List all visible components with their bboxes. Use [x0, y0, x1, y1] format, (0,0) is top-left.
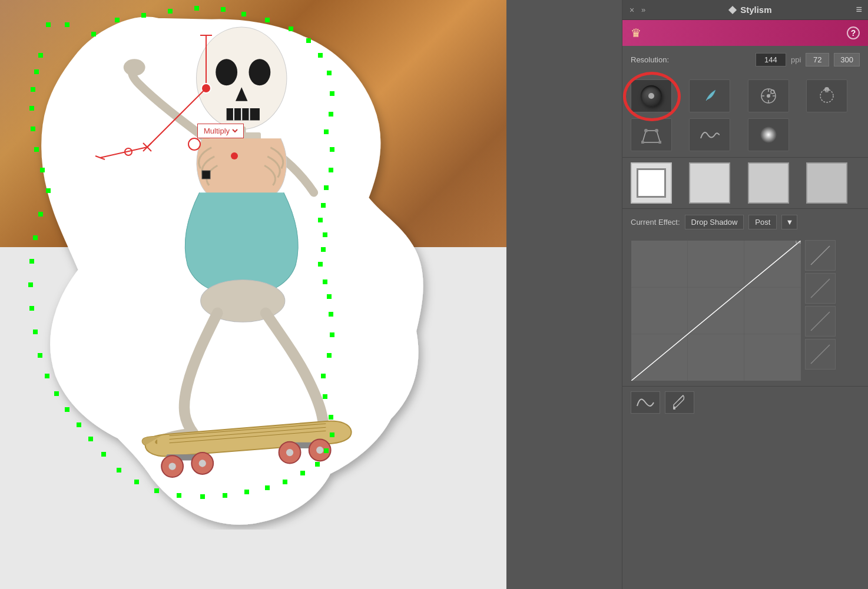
presets-grid: [622, 157, 868, 208]
svg-point-51: [658, 141, 661, 144]
bottom-tools: [622, 386, 868, 418]
crown-icon: ♛: [631, 26, 641, 40]
wave-bottom-icon: [636, 395, 655, 410]
svg-line-61: [811, 246, 830, 265]
effect-dropdown-button[interactable]: ▼: [781, 215, 797, 229]
panel-title-row: Stylism: [730, 5, 771, 15]
svg-line-29: [147, 88, 206, 147]
expand-button[interactable]: »: [641, 5, 645, 14]
svg-point-54: [760, 127, 777, 143]
resolution-unit: ppi: [791, 55, 801, 64]
rotate-icon: [818, 87, 836, 105]
wave-icon: [700, 128, 720, 142]
curve-thumbnails: [805, 240, 836, 381]
curve-canvas[interactable]: [631, 240, 801, 381]
panel-diamond-icon: [728, 5, 737, 14]
resolution-300-button[interactable]: 300: [834, 53, 860, 66]
svg-point-50: [641, 141, 644, 144]
blend-mode-select[interactable]: Multiply Normal Screen Overlay: [201, 126, 240, 136]
svg-rect-66: [673, 407, 675, 410]
blend-mode-dropdown[interactable]: Multiply Normal Screen Overlay: [197, 124, 244, 138]
perspective-icon: [641, 126, 661, 144]
effect-name-button[interactable]: Drop Shadow: [685, 215, 744, 229]
preset-1-inner: [637, 168, 666, 198]
curve-bottom-tool-button[interactable]: [631, 391, 660, 414]
help-button[interactable]: ?: [847, 26, 860, 39]
resolution-72-button[interactable]: 72: [806, 53, 829, 66]
effect-type-button[interactable]: Post: [748, 215, 777, 229]
current-effect-row: Current Effect: Drop Shadow Post ▼: [622, 208, 868, 235]
curve-editor: [631, 240, 860, 381]
shadow-icon: [641, 85, 662, 107]
svg-line-62: [811, 279, 830, 298]
svg-point-25: [316, 447, 323, 454]
panel-menu-button[interactable]: ≡: [856, 4, 862, 16]
preset-4-button[interactable]: [806, 162, 847, 204]
curve-thumb-1[interactable]: [805, 240, 836, 271]
resolution-label: Resolution:: [631, 55, 751, 64]
close-button[interactable]: ×: [628, 6, 635, 14]
curve-thumb-2-svg: [809, 277, 832, 300]
glow-tool-button[interactable]: [748, 118, 789, 151]
perspective-tool-button[interactable]: [631, 118, 672, 151]
preset-1-button[interactable]: [631, 162, 672, 204]
curve-thumb-4-svg: [809, 342, 832, 366]
svg-rect-36: [202, 171, 210, 179]
preset-3-button[interactable]: [748, 162, 789, 204]
svg-line-33: [100, 147, 147, 158]
svg-line-63: [811, 312, 830, 331]
svg-line-65: [678, 395, 683, 400]
resolution-input[interactable]: [756, 53, 786, 66]
preset-2-button[interactable]: [689, 162, 730, 204]
current-effect-label: Current Effect:: [631, 218, 680, 227]
annotation-lines: [88, 29, 324, 265]
curve-thumb-3-svg: [809, 310, 832, 333]
feather-tool-button[interactable]: [689, 79, 730, 112]
svg-point-53: [644, 129, 648, 132]
compass-icon: [760, 87, 777, 105]
svg-point-32: [188, 138, 200, 150]
svg-marker-49: [642, 131, 660, 142]
eyedropper-bottom-tool-button[interactable]: [665, 391, 694, 414]
svg-point-23: [199, 460, 206, 467]
curve-thumb-2[interactable]: [805, 273, 836, 304]
curve-thumb-4[interactable]: [805, 339, 836, 370]
curve-svg: [631, 241, 801, 381]
resolution-row: Resolution: ppi 72 300: [622, 46, 868, 74]
tools-grid-row2: [622, 118, 868, 157]
eyedropper-icon: [672, 394, 687, 411]
shadow-dot: [648, 93, 654, 99]
panel-top-bar: × » Stylism ≡: [622, 0, 868, 20]
svg-point-37: [231, 152, 238, 159]
svg-point-24: [286, 449, 293, 456]
curve-thumb-3[interactable]: [805, 306, 836, 337]
tools-grid-row1: [622, 74, 868, 118]
rotate-tool-button[interactable]: [806, 79, 847, 112]
svg-line-59: [631, 241, 801, 381]
svg-line-64: [811, 345, 830, 364]
panel-title: Stylism: [740, 5, 771, 15]
shadow-tool-button[interactable]: [631, 79, 672, 112]
glow-icon: [760, 126, 777, 144]
svg-point-52: [655, 129, 658, 132]
svg-point-22: [168, 462, 175, 470]
panel: × » Stylism ≡ ♛ ? Resolution: ppi 72 300: [622, 0, 868, 589]
wave-tool-button[interactable]: [689, 118, 730, 151]
tool-placeholder: [806, 118, 847, 151]
panel-top-left: × »: [628, 5, 645, 14]
canvas-area: Multiply Normal Screen Overlay: [0, 0, 506, 589]
premium-bar: ♛ ?: [622, 20, 868, 46]
curve-thumb-1-svg: [809, 244, 832, 267]
feather-icon: [701, 88, 718, 104]
compass-tool-button[interactable]: [748, 79, 789, 112]
